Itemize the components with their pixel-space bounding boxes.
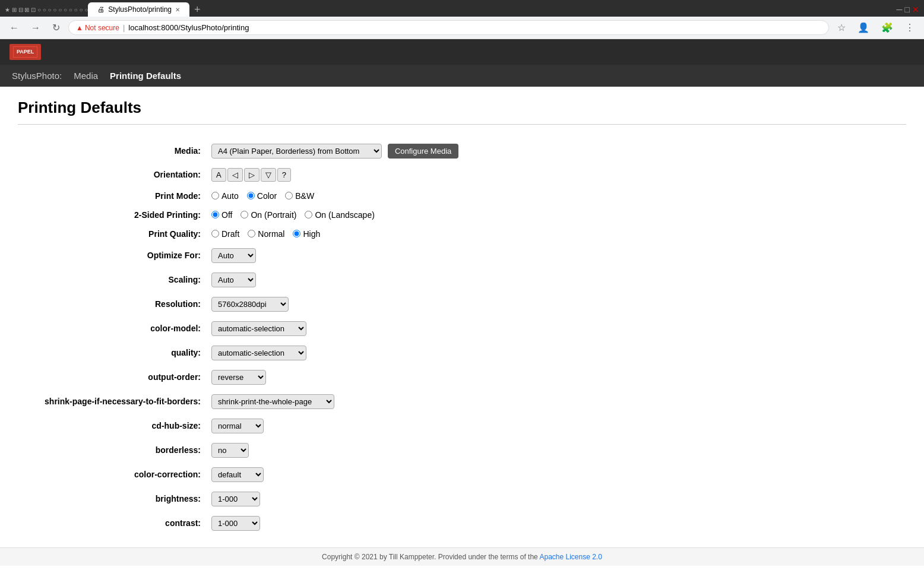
app-logo: PAPEL: [10, 44, 41, 60]
shrink-select[interactable]: shrink-print-the-whole-page: [211, 394, 334, 409]
print-mode-color[interactable]: Color: [247, 191, 277, 201]
shrink-row: shrink-page-if-necessary-to-fit-borders:…: [18, 389, 906, 414]
forward-button[interactable]: →: [27, 21, 44, 34]
cd-hub-row: cd-hub-size: normal: [18, 414, 906, 438]
app-name: StylusPhoto:: [12, 71, 62, 81]
orientation-landscape-left-btn[interactable]: ◁: [227, 168, 243, 182]
contrast-label: contrast:: [18, 511, 208, 536]
two-sided-portrait[interactable]: On (Portrait): [241, 210, 296, 220]
active-tab[interactable]: 🖨 StylusPhoto/printing ✕: [88, 2, 189, 17]
contrast-row: contrast: 1-000: [18, 511, 906, 536]
browser-tabs: ★ ⊞ ⊟ ⊠ ⊡ ○ ○ ○ ○ ○ ○ ○ ○ ○ ○ 🖨 StylusPh…: [0, 0, 924, 17]
brightness-row: brightness: 1-000: [18, 487, 906, 511]
scaling-row: Scaling: Auto: [18, 268, 906, 292]
quality-select[interactable]: automatic-selection: [211, 346, 306, 360]
content-area: Printing Defaults Media: A4 (Plain Paper…: [0, 87, 924, 586]
media-label: Media:: [18, 139, 208, 163]
media-select[interactable]: A4 (Plain Paper, Borderless) from Bottom: [211, 144, 382, 159]
page-title: Printing Defaults: [18, 99, 906, 125]
color-model-label: color-model:: [18, 316, 208, 341]
two-sided-label: 2-Sided Printing:: [18, 205, 208, 224]
print-quality-draft[interactable]: Draft: [211, 229, 239, 239]
orientation-landscape-right-btn[interactable]: ▷: [244, 168, 260, 182]
brightness-select[interactable]: 1-000: [211, 492, 260, 506]
print-mode-auto[interactable]: Auto: [211, 191, 239, 201]
print-quality-high[interactable]: High: [293, 229, 320, 239]
color-model-select[interactable]: automatic-selection: [211, 321, 306, 336]
borderless-row: borderless: no: [18, 438, 906, 463]
print-quality-row: Print Quality: Draft Normal Hi: [18, 224, 906, 243]
minimize-icon[interactable]: ─: [897, 5, 903, 14]
color-correction-row: color-correction: default: [18, 463, 906, 487]
two-sided-landscape[interactable]: On (Landscape): [305, 210, 374, 220]
back-button[interactable]: ←: [6, 21, 23, 34]
output-order-label: output-order:: [18, 365, 208, 389]
printing-defaults-form: Media: A4 (Plain Paper, Borderless) from…: [18, 139, 906, 536]
print-mode-label: Print Mode:: [18, 186, 208, 205]
nav-media[interactable]: Media: [74, 71, 98, 81]
cd-hub-label: cd-hub-size:: [18, 414, 208, 438]
window-close-icon[interactable]: ✕: [912, 5, 919, 14]
footer-license-link[interactable]: Apache License 2.0: [539, 553, 602, 561]
tab-favicon: 🖨: [97, 5, 105, 14]
borderless-select[interactable]: no: [211, 443, 249, 458]
cd-hub-select[interactable]: normal: [211, 419, 264, 433]
app-header: PAPEL: [0, 39, 924, 65]
tab-title: StylusPhoto/printing: [108, 5, 172, 14]
url-text: localhost:8000/StylusPhoto/printing: [128, 23, 249, 32]
orientation-help-btn[interactable]: ?: [277, 168, 291, 182]
resolution-row: Resolution: 5760x2880dpi: [18, 292, 906, 316]
resolution-select[interactable]: 5760x2880dpi: [211, 297, 289, 312]
menu-icon[interactable]: ⋮: [901, 21, 918, 34]
media-control-cell: A4 (Plain Paper, Borderless) from Bottom…: [208, 139, 906, 163]
color-correction-label: color-correction:: [18, 463, 208, 487]
reload-button[interactable]: ↻: [49, 21, 64, 34]
print-mode-row: Print Mode: Auto Color B&W: [18, 186, 906, 205]
color-correction-select[interactable]: default: [211, 467, 264, 482]
print-mode-bw[interactable]: B&W: [285, 191, 314, 201]
print-quality-radio-group: Draft Normal High: [211, 229, 903, 239]
scaling-label: Scaling:: [18, 268, 208, 292]
orientation-portrait-flip-btn[interactable]: ▽: [261, 168, 276, 182]
media-row: Media: A4 (Plain Paper, Borderless) from…: [18, 139, 906, 163]
browser-nav: ← → ↻ ▲ Not secure | localhost:8000/Styl…: [0, 17, 924, 39]
optimize-for-row: Optimize For: Auto: [18, 243, 906, 268]
output-order-select[interactable]: reverse: [211, 370, 266, 385]
optimize-for-select[interactable]: Auto: [211, 248, 256, 263]
color-model-row: color-model: automatic-selection: [18, 316, 906, 341]
security-warning: ▲ Not secure: [76, 24, 119, 32]
borderless-label: borderless:: [18, 438, 208, 463]
quality-label: quality:: [18, 341, 208, 365]
extensions-icon[interactable]: 🧩: [878, 21, 897, 34]
footer: Copyright © 2021 by Till Kamppeter. Prov…: [0, 547, 924, 566]
two-sided-off[interactable]: Off: [211, 210, 232, 220]
restore-icon[interactable]: □: [905, 5, 910, 14]
nav-printing-defaults[interactable]: Printing Defaults: [110, 71, 181, 81]
print-mode-radio-group: Auto Color B&W: [211, 191, 903, 201]
quality-row: quality: automatic-selection: [18, 341, 906, 365]
contrast-select[interactable]: 1-000: [211, 516, 260, 531]
orientation-label: Orientation:: [18, 163, 208, 186]
new-tab-icon[interactable]: +: [194, 4, 201, 16]
print-quality-normal[interactable]: Normal: [248, 229, 284, 239]
two-sided-radio-group: Off On (Portrait) On (Landscape): [211, 210, 903, 220]
configure-media-button[interactable]: Configure Media: [388, 144, 458, 159]
orientation-portrait-btn[interactable]: A: [211, 168, 226, 182]
tab-close-icon[interactable]: ✕: [175, 7, 180, 13]
bookmark-icon[interactable]: ☆: [834, 21, 849, 34]
app-nav: StylusPhoto: Media Printing Defaults: [0, 65, 924, 87]
output-order-row: output-order: reverse: [18, 365, 906, 389]
two-sided-row: 2-Sided Printing: Off On (Portrait): [18, 205, 906, 224]
resolution-label: Resolution:: [18, 292, 208, 316]
orientation-buttons: A ◁ ▷ ▽ ?: [211, 168, 903, 182]
scaling-select[interactable]: Auto: [211, 273, 256, 287]
brightness-label: brightness:: [18, 487, 208, 511]
orientation-row: Orientation: A ◁ ▷ ▽ ?: [18, 163, 906, 186]
address-bar[interactable]: ▲ Not secure | localhost:8000/StylusPhot…: [68, 20, 829, 35]
print-quality-label: Print Quality:: [18, 224, 208, 243]
shrink-label: shrink-page-if-necessary-to-fit-borders:: [18, 389, 208, 414]
profile-icon[interactable]: 👤: [854, 21, 873, 34]
optimize-for-label: Optimize For:: [18, 243, 208, 268]
footer-text: Copyright © 2021 by Till Kamppeter. Prov…: [322, 553, 539, 561]
